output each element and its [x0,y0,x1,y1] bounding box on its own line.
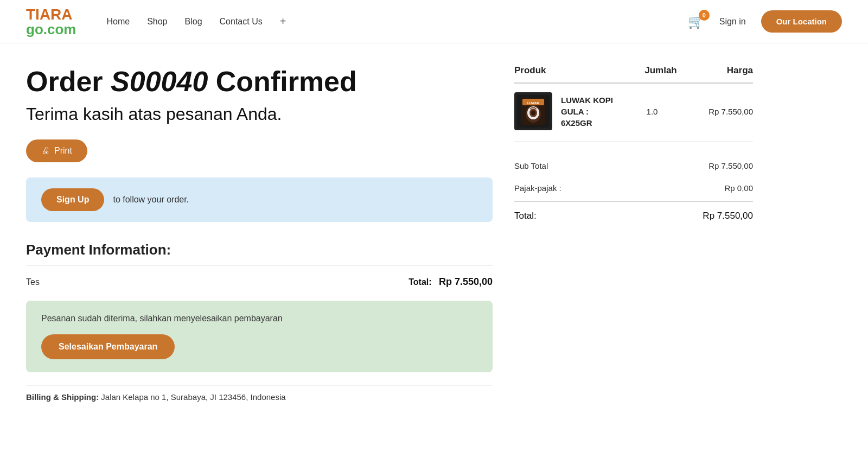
print-button[interactable]: 🖨 Print [26,139,87,162]
order-id: S00040 [111,66,208,97]
nav-shop[interactable]: Shop [147,17,167,27]
product-qty: 1.0 [630,107,674,116]
total-value: Rp 7.550,00 [703,211,753,221]
sub-total-value: Rp 7.550,00 [709,161,753,170]
order-title-suffix: Confirmed [208,66,356,97]
tax-value: Rp 0,00 [724,183,753,193]
signup-button[interactable]: Sign Up [41,188,104,211]
payment-row: Tes Total: Rp 7.550,00 [26,276,493,288]
logo-tiara: TIARA [26,7,76,22]
tax-row: Pajak-pajak : Rp 0,00 [514,177,753,199]
svg-point-7 [531,111,535,116]
payment-total-label: Total: [409,277,431,287]
print-label: Print [54,146,72,156]
billing-section: Billing & Shipping: Jalan Kelapa no 1, S… [26,385,493,402]
order-subtitle: Terima kasih atas pesanan Anda. [26,104,493,124]
nav-home[interactable]: Home [106,17,130,27]
header: TIARA go.com Home Shop Blog Contact Us +… [0,0,868,43]
col-produk-header: Produk [514,65,639,76]
sub-total-label: Sub Total [514,161,548,170]
total-label: Total: [514,211,537,221]
order-item: LUWAK LUWAK KOPI GULA : 6X25GR 1.0 Rp 7.… [514,92,753,142]
payment-total-value: Rp 7.550,00 [439,276,493,287]
cart-badge: 0 [699,10,710,21]
order-title-prefix: Order [26,66,111,97]
payment-title: Payment Information: [26,242,493,258]
product-image: LUWAK [514,92,552,130]
billing-address: Jalan Kelapa no 1, Surabaya, JI 123456, … [101,392,285,402]
payment-note-text: Pesanan sudah diterima, silahkan menyele… [41,314,477,323]
order-summary: Sub Total Rp 7.550,00 Pajak-pajak : Rp 0… [514,150,753,228]
total-row: Total: Rp 7.550,00 [514,201,753,228]
nav-blog[interactable]: Blog [185,17,202,27]
product-image-svg: LUWAK [517,95,550,128]
nav: Home Shop Blog Contact Us + [106,15,670,28]
billing-label: Billing & Shipping: [26,392,99,402]
logo-gocom: go.com [26,22,76,36]
order-table: Produk Jumlah Harga LUWAK [514,65,753,228]
main-content: Order S00040 Confirmed Terima kasih atas… [0,43,868,423]
order-table-header: Produk Jumlah Harga [514,65,753,84]
product-name: LUWAK KOPI GULA : 6X25GR [561,94,622,129]
payment-note: Pesanan sudah diterima, silahkan menyele… [26,301,493,372]
signup-banner: Sign Up to follow your order. [26,177,493,222]
sub-total-row: Sub Total Rp 7.550,00 [514,155,753,177]
order-title: Order S00040 Confirmed [26,65,493,98]
signin-link[interactable]: Sign in [719,17,746,27]
selesaikan-button[interactable]: Selesaikan Pembayaran [41,334,175,359]
payment-section: Payment Information: Tes Total: Rp 7.550… [26,242,493,402]
product-price: Rp 7.550,00 [682,107,753,116]
col-jumlah-header: Jumlah [639,65,682,76]
nav-contact[interactable]: Contact Us [220,17,263,27]
payment-divider [26,265,493,265]
printer-icon: 🖨 [41,146,50,156]
tax-label: Pajak-pajak : [514,183,561,193]
nav-more-icon[interactable]: + [280,15,286,28]
header-right: 🛒 0 Sign in Our Location [688,10,842,33]
our-location-button[interactable]: Our Location [761,10,842,33]
left-column: Order S00040 Confirmed Terima kasih atas… [26,65,493,402]
col-harga-header: Harga [682,65,753,76]
logo[interactable]: TIARA go.com [26,7,76,36]
cart-button[interactable]: 🛒 0 [688,14,704,29]
right-column: Produk Jumlah Harga LUWAK [514,65,753,402]
svg-text:LUWAK: LUWAK [527,101,540,105]
signup-text: to follow your order. [113,195,189,205]
payment-name: Tes [26,277,40,287]
